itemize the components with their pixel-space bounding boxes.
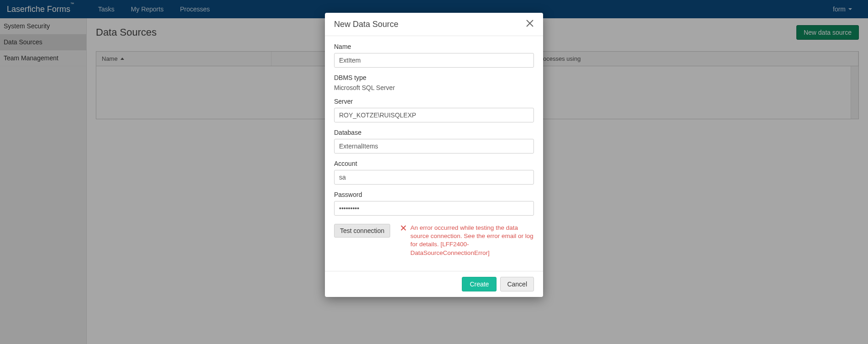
connection-error: An error occurred while testing the data… — [400, 224, 534, 257]
close-icon[interactable] — [526, 19, 534, 29]
name-label: Name — [334, 43, 534, 50]
account-label: Account — [334, 160, 534, 167]
database-input[interactable] — [334, 139, 534, 153]
server-input[interactable] — [334, 108, 534, 122]
test-connection-button[interactable]: Test connection — [334, 224, 390, 238]
name-input[interactable] — [334, 53, 534, 68]
server-label: Server — [334, 98, 534, 105]
create-button[interactable]: Create — [462, 277, 497, 291]
dbms-value: Microsoft SQL Server — [334, 84, 534, 91]
password-label: Password — [334, 191, 534, 198]
modal-title: New Data Source — [334, 20, 398, 29]
error-icon — [400, 225, 407, 231]
account-input[interactable] — [334, 170, 534, 185]
database-label: Database — [334, 129, 534, 136]
new-data-source-modal: New Data Source Name DBMS type Microsoft… — [325, 13, 543, 297]
modal-overlay: New Data Source Name DBMS type Microsoft… — [0, 0, 868, 344]
error-text: An error occurred while testing the data… — [410, 224, 534, 257]
cancel-button[interactable]: Cancel — [500, 277, 534, 291]
password-input[interactable] — [334, 201, 534, 216]
dbms-label: DBMS type — [334, 74, 534, 81]
